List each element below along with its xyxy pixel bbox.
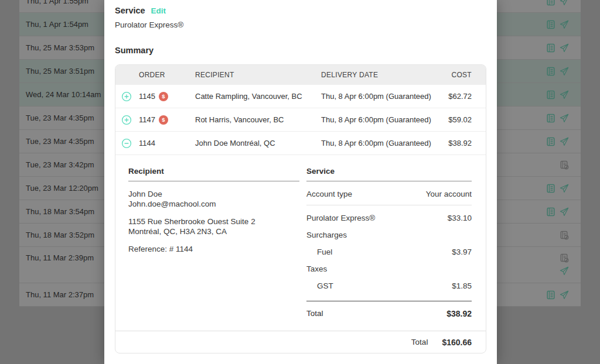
summary-section-title: Summary	[115, 46, 486, 55]
edit-service-link[interactable]: Edit	[151, 6, 166, 15]
order-details-panel: Service Edit Purolator Express® Summary …	[104, 0, 497, 364]
recipient-heading: Recipient	[128, 167, 299, 181]
service-row-label: Surcharges	[306, 231, 347, 239]
expand-row-icon[interactable]	[121, 91, 132, 102]
service-total-value: $38.92	[446, 309, 472, 318]
recipient-address-line2: Montréal, QC, H3A 2N3, CA	[128, 226, 299, 236]
service-breakdown-row: Fuel $3.97	[306, 248, 472, 256]
service-total-row: Total $38.92	[306, 309, 472, 318]
order-recipient: John Doe Montréal, QC	[195, 139, 321, 147]
recipient-address: 1155 Rue Sherbrooke Ouest Suite 2 Montré…	[128, 217, 299, 236]
service-row-label: Account type	[306, 190, 352, 198]
service-breakdown-row: Taxes	[306, 265, 472, 273]
grand-total-label: Total	[411, 338, 428, 346]
recipient-email: John.doe@machool.com	[128, 199, 299, 209]
recipient-name: John Doe	[128, 189, 299, 199]
service-breakdown-row: Surcharges	[306, 231, 472, 239]
service-row-value: Your account	[426, 190, 472, 198]
order-cost: $38.92	[435, 139, 486, 147]
summary-order-row[interactable]: 1147 $ Rot Harris, Vancouver, BC Thu, 8 …	[115, 108, 486, 132]
order-delivery-date: Thu, 8 Apr 6:00pm (Guaranteed)	[321, 139, 435, 147]
recipient-contact: John Doe John.doe@machool.com	[128, 189, 299, 209]
collapse-row-icon[interactable]	[121, 138, 132, 149]
order-number: 1145	[139, 92, 155, 101]
summary-footer: Total $160.66	[115, 331, 486, 353]
service-row-value: $3.97	[452, 248, 472, 256]
order-number: 1144	[139, 139, 155, 147]
service-total-divider	[306, 301, 472, 301]
service-heading: Service	[306, 167, 472, 181]
summary-table-body: 1145 $ Catte Rampling, Vancouver, BC Thu…	[115, 85, 486, 155]
service-breakdown-row: Purolator Express® $33.10	[306, 214, 472, 222]
service-row-value: $33.10	[448, 214, 472, 222]
expand-toggle[interactable]	[115, 138, 139, 149]
order-number-cell: 1145 $	[139, 92, 195, 101]
expanded-order-detail: Recipient John Doe John.doe@machool.com …	[115, 155, 486, 331]
service-total-label: Total	[306, 309, 323, 318]
order-number: 1147	[139, 115, 155, 124]
recipient-reference: Reference: # 1144	[128, 244, 299, 254]
order-number-cell: 1144	[139, 139, 195, 147]
header-order: ORDER	[139, 71, 195, 79]
expand-toggle[interactable]	[115, 115, 139, 125]
service-row-value: $1.85	[452, 281, 472, 290]
service-row-label: GST	[317, 281, 333, 290]
order-delivery-date: Thu, 8 Apr 6:00pm (Guaranteed)	[321, 92, 435, 101]
header-delivery-date: DELIVERY DATE	[321, 71, 435, 79]
recipient-detail-column: Recipient John Doe John.doe@machool.com …	[128, 167, 299, 331]
summary-order-row[interactable]: 1145 $ Catte Rampling, Vancouver, BC Thu…	[115, 85, 486, 108]
order-recipient: Rot Harris, Vancouver, BC	[195, 115, 321, 124]
expand-row-icon[interactable]	[121, 115, 132, 125]
order-cost: $59.02	[435, 115, 486, 124]
service-row-label: Purolator Express®	[306, 214, 375, 222]
service-row-label: Taxes	[306, 265, 327, 273]
summary-order-row[interactable]: 1144 John Doe Montréal, QC Thu, 8 Apr 6:…	[115, 132, 486, 155]
service-breakdown-rows: Account type Your account Purolator Expr…	[306, 190, 472, 290]
order-delivery-date: Thu, 8 Apr 6:00pm (Guaranteed)	[321, 115, 435, 124]
summary-table-header: ORDER RECIPIENT DELIVERY DATE COST	[115, 65, 486, 85]
service-value: Purolator Express®	[115, 20, 486, 29]
grand-total-value: $160.66	[442, 338, 472, 347]
header-recipient: RECIPIENT	[195, 71, 321, 79]
expand-toggle[interactable]	[115, 91, 139, 102]
order-number-cell: 1147 $	[139, 115, 195, 125]
service-row-label: Fuel	[317, 248, 332, 256]
service-breakdown-row: GST $1.85	[306, 281, 472, 290]
service-breakdown-row: Account type Your account	[306, 190, 472, 205]
service-section-title: Service	[115, 6, 145, 15]
service-detail-column: Service Account type Your account Purola…	[306, 167, 472, 331]
order-badge-icon: $	[159, 115, 168, 125]
order-badge-icon: $	[159, 92, 168, 101]
summary-card: ORDER RECIPIENT DELIVERY DATE COST 1145 …	[115, 64, 486, 353]
order-cost: $62.72	[435, 92, 486, 101]
recipient-address-line1: 1155 Rue Sherbrooke Ouest Suite 2	[128, 217, 299, 226]
order-recipient: Catte Rampling, Vancouver, BC	[195, 92, 321, 101]
header-cost: COST	[435, 71, 486, 79]
